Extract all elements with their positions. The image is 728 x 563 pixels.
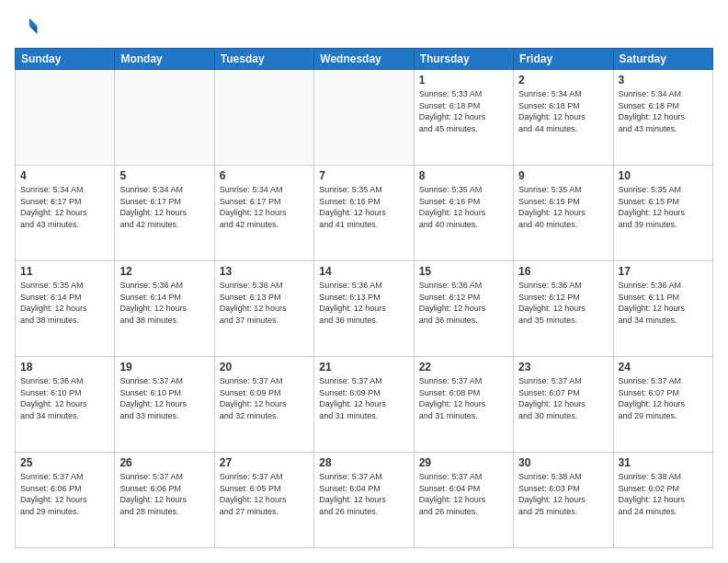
calendar-cell: 31Sunrise: 5:38 AM Sunset: 6:02 PM Dayli… bbox=[613, 453, 712, 548]
day-number: 28 bbox=[319, 456, 408, 469]
day-number: 24 bbox=[619, 361, 708, 373]
day-info: Sunrise: 5:34 AM Sunset: 6:17 PM Dayligh… bbox=[20, 184, 109, 230]
weekday-header-wednesday: Wednesday bbox=[314, 49, 414, 70]
day-number: 15 bbox=[419, 265, 508, 278]
day-info: Sunrise: 5:37 AM Sunset: 6:06 PM Dayligh… bbox=[20, 471, 109, 517]
calendar-cell: 6Sunrise: 5:34 AM Sunset: 6:17 PM Daylig… bbox=[214, 166, 313, 261]
day-number: 7 bbox=[319, 169, 408, 182]
day-info: Sunrise: 5:36 AM Sunset: 6:13 PM Dayligh… bbox=[220, 280, 309, 326]
calendar-cell: 2Sunrise: 5:34 AM Sunset: 6:18 PM Daylig… bbox=[514, 70, 613, 166]
day-info: Sunrise: 5:37 AM Sunset: 6:07 PM Dayligh… bbox=[518, 375, 608, 421]
calendar-cell: 1Sunrise: 5:33 AM Sunset: 6:18 PM Daylig… bbox=[414, 70, 513, 166]
day-number: 2 bbox=[518, 74, 608, 86]
calendar-cell: 10Sunrise: 5:35 AM Sunset: 6:15 PM Dayli… bbox=[613, 166, 712, 261]
calendar-cell bbox=[16, 70, 115, 166]
weekday-header-monday: Monday bbox=[115, 49, 214, 70]
day-info: Sunrise: 5:37 AM Sunset: 6:04 PM Dayligh… bbox=[419, 471, 508, 517]
day-info: Sunrise: 5:38 AM Sunset: 6:03 PM Dayligh… bbox=[518, 471, 608, 517]
day-number: 12 bbox=[119, 265, 209, 278]
day-info: Sunrise: 5:37 AM Sunset: 6:10 PM Dayligh… bbox=[119, 375, 209, 421]
day-info: Sunrise: 5:35 AM Sunset: 6:16 PM Dayligh… bbox=[319, 184, 408, 230]
calendar-cell: 15Sunrise: 5:36 AM Sunset: 6:12 PM Dayli… bbox=[414, 261, 513, 357]
calendar-cell: 28Sunrise: 5:37 AM Sunset: 6:04 PM Dayli… bbox=[314, 453, 414, 548]
day-info: Sunrise: 5:34 AM Sunset: 6:18 PM Dayligh… bbox=[518, 88, 608, 134]
day-number: 8 bbox=[419, 169, 508, 182]
calendar-cell: 23Sunrise: 5:37 AM Sunset: 6:07 PM Dayli… bbox=[514, 357, 613, 453]
calendar-cell: 13Sunrise: 5:36 AM Sunset: 6:13 PM Dayli… bbox=[214, 261, 313, 357]
calendar-cell: 14Sunrise: 5:36 AM Sunset: 6:13 PM Dayli… bbox=[314, 261, 414, 357]
day-info: Sunrise: 5:35 AM Sunset: 6:15 PM Dayligh… bbox=[619, 184, 708, 230]
calendar-cell: 20Sunrise: 5:37 AM Sunset: 6:09 PM Dayli… bbox=[214, 357, 313, 453]
day-number: 10 bbox=[619, 169, 708, 182]
calendar-cell: 11Sunrise: 5:35 AM Sunset: 6:14 PM Dayli… bbox=[16, 261, 115, 357]
logo-icon bbox=[15, 15, 40, 40]
day-info: Sunrise: 5:36 AM Sunset: 6:14 PM Dayligh… bbox=[119, 280, 209, 326]
day-number: 6 bbox=[220, 169, 309, 182]
calendar-cell: 30Sunrise: 5:38 AM Sunset: 6:03 PM Dayli… bbox=[514, 453, 613, 548]
day-info: Sunrise: 5:36 AM Sunset: 6:13 PM Dayligh… bbox=[319, 280, 408, 326]
calendar-cell bbox=[314, 70, 414, 166]
calendar-cell: 17Sunrise: 5:36 AM Sunset: 6:11 PM Dayli… bbox=[613, 261, 712, 357]
weekday-header-sunday: Sunday bbox=[16, 49, 115, 70]
calendar-cell: 25Sunrise: 5:37 AM Sunset: 6:06 PM Dayli… bbox=[16, 453, 115, 548]
day-number: 17 bbox=[619, 265, 708, 278]
day-info: Sunrise: 5:33 AM Sunset: 6:18 PM Dayligh… bbox=[419, 88, 508, 134]
page: SundayMondayTuesdayWednesdayThursdayFrid… bbox=[0, 0, 728, 563]
day-info: Sunrise: 5:36 AM Sunset: 6:12 PM Dayligh… bbox=[518, 280, 608, 326]
day-number: 14 bbox=[319, 265, 408, 278]
calendar-cell: 9Sunrise: 5:35 AM Sunset: 6:15 PM Daylig… bbox=[514, 166, 613, 261]
weekday-header-saturday: Saturday bbox=[613, 49, 712, 70]
day-number: 4 bbox=[20, 169, 109, 182]
week-row-1: 1Sunrise: 5:33 AM Sunset: 6:18 PM Daylig… bbox=[16, 70, 713, 166]
calendar-cell: 18Sunrise: 5:36 AM Sunset: 6:10 PM Dayli… bbox=[16, 357, 115, 453]
week-row-3: 11Sunrise: 5:35 AM Sunset: 6:14 PM Dayli… bbox=[16, 261, 713, 357]
day-info: Sunrise: 5:34 AM Sunset: 6:17 PM Dayligh… bbox=[220, 184, 309, 230]
calendar-cell: 5Sunrise: 5:34 AM Sunset: 6:17 PM Daylig… bbox=[115, 166, 214, 261]
calendar-cell: 12Sunrise: 5:36 AM Sunset: 6:14 PM Dayli… bbox=[115, 261, 214, 357]
calendar-table: SundayMondayTuesdayWednesdayThursdayFrid… bbox=[15, 48, 713, 548]
day-info: Sunrise: 5:34 AM Sunset: 6:17 PM Dayligh… bbox=[119, 184, 209, 230]
day-info: Sunrise: 5:37 AM Sunset: 6:09 PM Dayligh… bbox=[220, 375, 309, 421]
day-info: Sunrise: 5:36 AM Sunset: 6:11 PM Dayligh… bbox=[619, 280, 708, 326]
day-number: 1 bbox=[419, 74, 508, 86]
day-number: 26 bbox=[119, 456, 209, 469]
day-info: Sunrise: 5:37 AM Sunset: 6:06 PM Dayligh… bbox=[119, 471, 209, 517]
day-info: Sunrise: 5:34 AM Sunset: 6:18 PM Dayligh… bbox=[619, 88, 708, 134]
calendar-cell: 7Sunrise: 5:35 AM Sunset: 6:16 PM Daylig… bbox=[314, 166, 414, 261]
day-info: Sunrise: 5:35 AM Sunset: 6:16 PM Dayligh… bbox=[419, 184, 508, 230]
day-info: Sunrise: 5:35 AM Sunset: 6:15 PM Dayligh… bbox=[518, 184, 608, 230]
header bbox=[15, 15, 713, 40]
calendar-cell: 4Sunrise: 5:34 AM Sunset: 6:17 PM Daylig… bbox=[16, 166, 115, 261]
day-number: 5 bbox=[119, 169, 209, 182]
day-info: Sunrise: 5:37 AM Sunset: 6:05 PM Dayligh… bbox=[220, 471, 309, 517]
day-number: 9 bbox=[518, 169, 608, 182]
day-number: 30 bbox=[518, 456, 608, 469]
day-info: Sunrise: 5:37 AM Sunset: 6:08 PM Dayligh… bbox=[419, 375, 508, 421]
day-number: 23 bbox=[518, 361, 608, 373]
calendar-cell: 19Sunrise: 5:37 AM Sunset: 6:10 PM Dayli… bbox=[115, 357, 214, 453]
calendar-cell bbox=[214, 70, 313, 166]
calendar-cell: 29Sunrise: 5:37 AM Sunset: 6:04 PM Dayli… bbox=[414, 453, 513, 548]
day-number: 11 bbox=[20, 265, 109, 278]
calendar-cell: 8Sunrise: 5:35 AM Sunset: 6:16 PM Daylig… bbox=[414, 166, 513, 261]
day-number: 18 bbox=[20, 361, 109, 373]
day-info: Sunrise: 5:37 AM Sunset: 6:09 PM Dayligh… bbox=[319, 375, 408, 421]
logo bbox=[15, 15, 44, 40]
week-row-2: 4Sunrise: 5:34 AM Sunset: 6:17 PM Daylig… bbox=[16, 166, 713, 261]
day-number: 29 bbox=[419, 456, 508, 469]
calendar-cell: 16Sunrise: 5:36 AM Sunset: 6:12 PM Dayli… bbox=[514, 261, 613, 357]
day-number: 16 bbox=[518, 265, 608, 278]
weekday-header-friday: Friday bbox=[514, 49, 613, 70]
day-number: 19 bbox=[119, 361, 209, 373]
day-info: Sunrise: 5:37 AM Sunset: 6:07 PM Dayligh… bbox=[619, 375, 708, 421]
calendar-cell bbox=[115, 70, 214, 166]
svg-marker-1 bbox=[29, 26, 38, 34]
day-info: Sunrise: 5:35 AM Sunset: 6:14 PM Dayligh… bbox=[20, 280, 109, 326]
day-info: Sunrise: 5:36 AM Sunset: 6:10 PM Dayligh… bbox=[20, 375, 109, 421]
day-number: 27 bbox=[220, 456, 309, 469]
calendar-cell: 27Sunrise: 5:37 AM Sunset: 6:05 PM Dayli… bbox=[214, 453, 313, 548]
day-info: Sunrise: 5:38 AM Sunset: 6:02 PM Dayligh… bbox=[619, 471, 708, 517]
week-row-5: 25Sunrise: 5:37 AM Sunset: 6:06 PM Dayli… bbox=[16, 453, 713, 548]
calendar-cell: 24Sunrise: 5:37 AM Sunset: 6:07 PM Dayli… bbox=[613, 357, 712, 453]
day-info: Sunrise: 5:36 AM Sunset: 6:12 PM Dayligh… bbox=[419, 280, 508, 326]
